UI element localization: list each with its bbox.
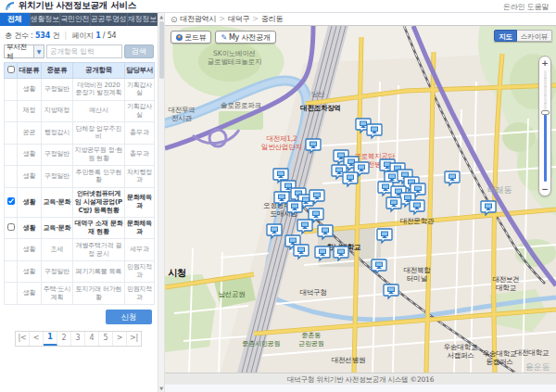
breadcrumb-item[interactable]: 대전광역시 (180, 15, 216, 23)
map-label: 중촌시민공원 (243, 340, 281, 348)
select-all-cell (5, 63, 18, 79)
row-checkbox-cell (5, 260, 18, 283)
tab-국민안전[interactable]: 국민안전 (60, 13, 91, 26)
page-button-5[interactable]: 5 (99, 332, 113, 346)
map-label: 대전조차장역 (300, 104, 341, 112)
table-row[interactable]: 생활구정일반지방공무원 정·현원 현황총무과 (5, 144, 155, 166)
map-label: 당산 (311, 90, 325, 98)
cell-dept: 기획감사실 (125, 100, 155, 122)
map-label: 용운동 (525, 362, 550, 372)
map-label: 대전무역전시관 (168, 106, 195, 122)
table-row[interactable]: 생활구정일반폐기기록물 목록민원지적과 (5, 260, 155, 283)
tab-재정정보[interactable]: 재정정보 (128, 13, 158, 26)
map-label: 비래동 (487, 185, 512, 195)
page-button->[interactable]: > (113, 332, 127, 346)
cell-item: 대덕비전 2020 중장기 발전계획 (73, 79, 125, 101)
row-checkbox[interactable] (7, 223, 15, 231)
page-button-<[interactable]: < (30, 332, 44, 346)
table-row[interactable]: 생활조세개별주택가격 결정 공시세무과 (5, 239, 155, 261)
zoom-out-button[interactable]: − (539, 184, 550, 194)
count-unit: 건 (52, 32, 59, 40)
search-button[interactable]: 검색 (124, 44, 154, 58)
department-select[interactable]: 부서전체 ▼ (4, 44, 44, 58)
row-checkbox-cell (5, 100, 18, 122)
page-button-2[interactable]: 2 (57, 332, 71, 346)
skyview-button[interactable]: 스카이뷰 (517, 30, 552, 42)
col-header-item: 공개항목 (73, 63, 125, 79)
online-help-link[interactable]: 온라인 도움말 (503, 2, 549, 12)
cell-dept: 문화체육과 (125, 217, 155, 239)
scroll-down-icon[interactable]: ▼ (158, 386, 164, 391)
count-value: 534 (35, 32, 50, 40)
location-breadcrumb-bar: ⊙ 대전광역시>대덕구>중리동 (165, 13, 556, 26)
map-attribution: 대덕구청 위치기반 사전정보공개 시스템 ©2016 (165, 373, 556, 385)
select-all-checkbox[interactable] (7, 66, 15, 73)
table-row[interactable]: 재정지방재정예산서기획감사실 (5, 100, 155, 122)
page-total: / 54 (103, 32, 117, 40)
cell-dept: 민원지적과 (125, 260, 155, 283)
scroll-up-icon[interactable]: ▲ (158, 14, 164, 19)
cell-dept: 자치행정과 (125, 166, 155, 188)
my-disclosure-button[interactable]: ✎ My 사전공개 (215, 31, 275, 44)
map-toolbar: 로드뷰 ✎ My 사전공개 (171, 31, 276, 44)
chevron-down-icon: ▼ (33, 45, 44, 57)
table-row[interactable]: 공공행정감시단체장 업무추진비총무과 (5, 122, 155, 145)
zoom-in-button[interactable]: + (539, 58, 550, 68)
cell-cat2: 구정일반 (42, 166, 73, 188)
row-checkbox-cell (5, 79, 18, 101)
map-view-button[interactable]: 지도 (494, 30, 517, 42)
col-header-dept: 담당부서 (125, 63, 155, 79)
row-checkbox-cell (5, 144, 18, 166)
tab-전체[interactable]: 전체 (0, 13, 31, 26)
map-label: 솔로몬로파크 (221, 101, 261, 109)
table-row[interactable]: 생활교육·문화대덕구 소재 문화재 현황문화체육과 (5, 217, 155, 239)
row-checkbox[interactable] (7, 197, 15, 205)
cell-item: 대덕구 소재 문화재 현황 (73, 217, 125, 239)
table-row[interactable]: 생활구정일반대덕비전 2020 중장기 발전계획기획감사실 (5, 79, 155, 101)
scrollbar-thumb[interactable] (159, 21, 164, 79)
table-row[interactable]: 생활교육·문화인터넷컴퓨터게임 시설제공업(PC방) 등록현황문화체육과 (5, 187, 155, 217)
pagination: |<<12345>>| (15, 331, 142, 347)
page-button->|[interactable]: >| (127, 332, 141, 346)
cell-cat2: 행정감시 (42, 122, 73, 145)
sidebar-panel: 총 건수 : 534 건 | 페이지 1 / 54 부서전체 ▼ 검색 대분류 … (0, 26, 158, 392)
breadcrumb-item[interactable]: 대덕구 (228, 15, 249, 23)
tab-공공투명성[interactable]: 공공투명성 (91, 13, 128, 26)
zoom-slider-handle[interactable] (541, 110, 550, 115)
cell-cat1: 생활 (18, 260, 42, 283)
row-checkbox-cell (5, 239, 18, 261)
cell-dept: 세무과 (125, 239, 155, 261)
app-title: 위치기반 사전정보공개 서비스 (19, 0, 136, 12)
search-input[interactable] (46, 44, 122, 58)
cell-cat1: 생활 (18, 144, 42, 166)
top-header: 위치기반 사전정보공개 서비스 온라인 도움말 (0, 0, 556, 13)
page-button-4[interactable]: 4 (85, 332, 99, 346)
map-zoom-control[interactable]: + − (538, 56, 551, 196)
apply-button[interactable]: 신청 (106, 310, 152, 324)
page-button-|<[interactable]: |< (16, 332, 30, 346)
cell-cat2: 교육·문화 (42, 217, 73, 239)
map-label: 대전복합터미널 (403, 266, 431, 283)
map-label: 대전제1,2일반산업단지 (261, 134, 302, 151)
divider: | (65, 32, 68, 40)
bottom-strip (165, 385, 556, 392)
breadcrumb: 대전광역시>대덕구>중리동 (180, 14, 283, 24)
location-target-icon: ⊙ (171, 15, 177, 24)
page-button-1[interactable]: 1 (44, 332, 57, 346)
table-row[interactable]: 생활주택·도시계획토지거래 허가현황민원지적과 (5, 283, 155, 305)
cell-cat1: 생활 (18, 217, 42, 239)
table-row[interactable]: 생활구정일반주민등록 인구현황자치행정과 (5, 166, 155, 188)
roadview-button[interactable]: 로드뷰 (171, 31, 211, 44)
row-checkbox-cell (5, 122, 18, 145)
cell-cat2: 구정일반 (42, 79, 73, 101)
map-label: 우송대학교서캠퍼스 (444, 343, 478, 360)
map-label: 시청 (168, 268, 186, 278)
map-canvas[interactable]: SK이노베이션글로벌테크놀로지솔로몬로파크대전무역전시관당산대전조차장역대전제1… (165, 26, 556, 373)
breadcrumb-item[interactable]: 중리동 (261, 15, 283, 23)
col-header-cat1: 대분류 (18, 63, 42, 79)
category-tabs: 전체생활정보국민안전공공투명성재정정보 (0, 13, 158, 26)
zoom-fill (544, 114, 547, 182)
tab-생활정보[interactable]: 생활정보 (31, 13, 61, 26)
page-button-3[interactable]: 3 (71, 332, 85, 346)
sidebar-scrollbar[interactable]: ▲ ▼ (158, 13, 165, 392)
